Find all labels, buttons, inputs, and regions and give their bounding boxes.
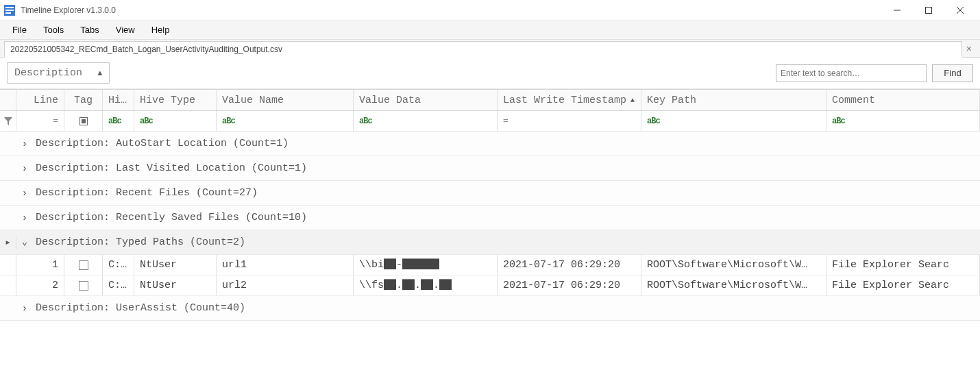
group-label: Description: UserAssist (Count=40) <box>33 302 245 314</box>
menu-help[interactable]: Help <box>143 22 178 38</box>
filter-line[interactable]: = <box>16 111 64 131</box>
tab-file[interactable]: 20220521005342_RECmd_Batch_Logan_UserAct… <box>4 41 962 58</box>
filter-value-name[interactable]: aBc <box>217 111 354 131</box>
close-button[interactable] <box>944 0 976 21</box>
cell-last-write: 2021-07-17 06:29:20 <box>498 275 641 295</box>
cell-hive: C:… <box>103 255 134 275</box>
window-title: Timeline Explorer v1.3.0.0 <box>21 5 116 15</box>
menu-bar: File Tools Tabs View Help <box>0 21 980 40</box>
chevron-down-icon: ⌄ <box>16 236 33 247</box>
cell-hive-type: NtUser <box>134 275 217 295</box>
filter-last-write[interactable]: = <box>498 111 641 131</box>
group-label: Description: AutoStart Location (Count=1… <box>33 138 289 149</box>
col-line[interactable]: Line <box>16 90 64 110</box>
filter-comment[interactable]: aBc <box>826 111 980 131</box>
row-marker-header <box>0 90 16 110</box>
svg-rect-2 <box>5 10 14 11</box>
filter-row: = aBc aBc aBc aBc = aBc aBc <box>0 111 980 132</box>
cell-hive-type: NtUser <box>134 255 217 275</box>
group-row[interactable]: › Description: Recently Saved Files (Cou… <box>0 206 980 230</box>
col-value-data[interactable]: Value Data <box>354 90 498 110</box>
filter-key-path[interactable]: aBc <box>641 111 826 131</box>
cell-value-data: \\bi██-██████ <box>354 255 498 275</box>
search-input[interactable] <box>776 64 927 82</box>
group-by-label: Description <box>14 67 82 79</box>
col-tag[interactable]: Tag <box>64 90 103 110</box>
filter-value-data[interactable]: aBc <box>354 111 498 131</box>
cell-value-name: url2 <box>217 275 354 295</box>
cell-last-write: 2021-07-17 06:29:20 <box>498 255 641 275</box>
group-row[interactable]: ▸ ⌄ Description: Typed Paths (Count=2) <box>0 230 980 255</box>
chevron-right-icon: › <box>16 303 33 314</box>
grid: Line Tag Hi… Hive Type Value Name Value … <box>0 89 980 321</box>
app-icon <box>4 5 15 16</box>
tab-close-button[interactable]: × <box>962 43 976 54</box>
filter-tag[interactable] <box>64 111 103 131</box>
checkbox-icon <box>79 117 88 125</box>
chevron-right-icon: › <box>16 188 33 199</box>
menu-tabs[interactable]: Tabs <box>72 22 107 38</box>
col-key-path[interactable]: Key Path <box>641 90 826 110</box>
col-value-name[interactable]: Value Name <box>217 90 354 110</box>
group-row[interactable]: › Description: Last Visited Location (Co… <box>0 156 980 181</box>
cell-value-name: url1 <box>217 255 354 275</box>
menu-file[interactable]: File <box>4 22 35 38</box>
tab-label: 20220521005342_RECmd_Batch_Logan_UserAct… <box>10 45 282 54</box>
window-controls <box>881 0 976 21</box>
cell-value-data: \\fs██.██.██.██ <box>354 275 498 295</box>
col-hive[interactable]: Hi… <box>103 90 134 110</box>
svg-rect-3 <box>5 12 11 14</box>
menu-view[interactable]: View <box>108 22 143 38</box>
cell-line: 1 <box>16 255 64 275</box>
title-bar: Timeline Explorer v1.3.0.0 <box>0 0 980 21</box>
group-label: Description: Typed Paths (Count=2) <box>33 236 245 248</box>
filter-hive-type[interactable]: aBc <box>134 111 217 131</box>
cell-tag[interactable] <box>64 255 103 275</box>
group-by-selector[interactable]: Description ▲ <box>7 62 110 84</box>
group-row[interactable]: › Description: AutoStart Location (Count… <box>0 132 980 156</box>
find-button-label: Find <box>944 68 961 78</box>
group-label: Description: Last Visited Location (Coun… <box>33 162 307 174</box>
table-row[interactable]: 2 C:… NtUser url2 \\fs██.██.██.██ 2021-0… <box>0 275 980 296</box>
cell-hive: C:… <box>103 275 134 295</box>
group-row[interactable]: › Description: UserAssist (Count=40) <box>0 296 980 321</box>
sort-asc-icon: ▲ <box>97 69 102 77</box>
filter-icon[interactable] <box>0 111 16 131</box>
group-label: Description: Recently Saved Files (Count… <box>33 212 307 223</box>
svg-rect-5 <box>926 7 932 13</box>
menu-tools[interactable]: Tools <box>35 22 72 38</box>
cell-tag[interactable] <box>64 275 103 295</box>
cell-line: 2 <box>16 275 64 295</box>
col-last-write[interactable]: Last Write Timestamp▲ <box>498 90 641 110</box>
tab-strip: 20220521005342_RECmd_Batch_Logan_UserAct… <box>0 40 980 58</box>
svg-rect-1 <box>5 7 14 8</box>
col-hive-type[interactable]: Hive Type <box>134 90 217 110</box>
cell-comment: File Explorer Searc <box>826 275 980 295</box>
maximize-button[interactable] <box>913 0 944 21</box>
group-label: Description: Recent Files (Count=27) <box>33 187 258 199</box>
column-headers: Line Tag Hi… Hive Type Value Name Value … <box>0 89 980 111</box>
chevron-right-icon: › <box>16 138 33 149</box>
checkbox-icon[interactable] <box>79 281 88 291</box>
sort-asc-icon: ▲ <box>630 97 635 104</box>
filter-hive[interactable]: aBc <box>103 111 134 131</box>
checkbox-icon[interactable] <box>79 260 88 270</box>
find-button[interactable]: Find <box>932 64 973 82</box>
cell-key-path: ROOT\Software\Microsoft\W… <box>641 275 826 295</box>
col-comment[interactable]: Comment <box>826 90 980 110</box>
chevron-right-icon: › <box>16 212 33 223</box>
toolbar: Description ▲ Find <box>0 58 980 89</box>
cell-comment: File Explorer Searc <box>826 255 980 275</box>
group-row[interactable]: › Description: Recent Files (Count=27) <box>0 181 980 206</box>
cell-key-path: ROOT\Software\Microsoft\W… <box>641 255 826 275</box>
current-row-marker: ▸ <box>0 236 16 249</box>
minimize-button[interactable] <box>881 0 913 21</box>
table-row[interactable]: 1 C:… NtUser url1 \\bi██-██████ 2021-07-… <box>0 255 980 275</box>
chevron-right-icon: › <box>16 163 33 174</box>
